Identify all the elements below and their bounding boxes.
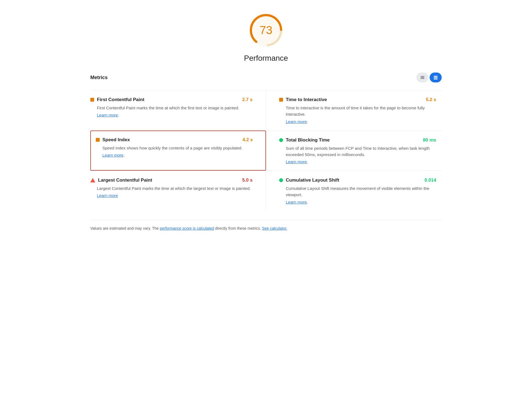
tti-learn-more: Learn more.: [286, 119, 436, 124]
score-value: 73: [260, 24, 273, 37]
metric-tti-title-group: Time to Interactive: [279, 97, 422, 102]
lcp-description: Largest Contentful Paint marks the time …: [97, 185, 253, 192]
cls-learn-more: Learn more.: [286, 200, 436, 204]
si-name: Speed Index: [102, 137, 130, 143]
metric-tbt-header: Total Blocking Time 80 ms: [279, 137, 436, 143]
fcp-learn-more: Learn more.: [97, 113, 253, 117]
svg-rect-4: [421, 77, 424, 78]
tbt-learn-more-link[interactable]: Learn more: [286, 159, 307, 164]
performance-score-link[interactable]: performance score is calculated: [160, 226, 214, 231]
fcp-learn-more-link[interactable]: Learn more: [97, 113, 118, 117]
list-icon: [420, 75, 425, 80]
si-learn-more-link[interactable]: Learn more: [102, 153, 124, 157]
see-calculator-link[interactable]: See calculator.: [262, 226, 287, 231]
metrics-grid: First Contentful Paint 2.7 s First Conte…: [90, 90, 442, 211]
svg-rect-3: [421, 76, 424, 77]
cls-learn-more-link[interactable]: Learn more: [286, 200, 307, 204]
metric-cls-header: Cumulative Layout Shift 0.014: [279, 177, 436, 183]
detail-icon: [433, 75, 438, 80]
metric-lcp-title-group: Largest Contentful Paint: [90, 177, 239, 183]
tti-description: Time to interactive is the amount of tim…: [286, 105, 436, 118]
metric-lcp-header: Largest Contentful Paint 5.0 s: [90, 177, 253, 183]
svg-rect-8: [434, 79, 438, 79]
tbt-value: 80 ms: [423, 137, 436, 143]
svg-rect-7: [434, 77, 438, 78]
lcp-status-icon: [90, 178, 95, 182]
fcp-status-icon: [90, 98, 94, 102]
metric-tbt-title-group: Total Blocking Time: [279, 137, 420, 143]
fcp-value: 2.7 s: [242, 97, 253, 102]
metric-tbt: Total Blocking Time 80 ms Sum of all tim…: [266, 131, 442, 171]
footer-note: Values are estimated and may vary. The p…: [90, 220, 442, 231]
metric-si-title-group: Speed Index: [96, 137, 239, 143]
metric-tti: Time to Interactive 5.2 s Time to intera…: [266, 90, 442, 131]
cls-status-icon: [279, 178, 283, 182]
metrics-title: Metrics: [90, 75, 108, 81]
cls-value: 0.014: [424, 177, 436, 183]
tbt-status-icon: [279, 138, 283, 142]
footer-text-before: Values are estimated and may vary. The: [90, 226, 160, 231]
score-label: Performance: [244, 54, 288, 63]
tti-status-icon: [279, 98, 283, 102]
svg-rect-5: [421, 78, 424, 79]
lcp-learn-more: Learn more: [97, 193, 253, 198]
metric-lcp: Largest Contentful Paint 5.0 s Largest C…: [90, 171, 266, 211]
cls-name: Cumulative Layout Shift: [286, 177, 339, 183]
metric-cls-title-group: Cumulative Layout Shift: [279, 177, 421, 183]
footer-text-middle: directly from these metrics.: [214, 226, 262, 231]
tbt-name: Total Blocking Time: [286, 137, 330, 143]
tti-name: Time to Interactive: [286, 97, 327, 102]
view-toggles: [416, 73, 442, 82]
metric-si-header: Speed Index 4.2 s: [96, 137, 253, 143]
score-section: 73 Performance: [90, 11, 442, 63]
list-view-button[interactable]: [416, 73, 429, 82]
fcp-description: First Contentful Paint marks the time at…: [97, 105, 253, 111]
metric-cls: Cumulative Layout Shift 0.014 Cumulative…: [266, 171, 442, 211]
cls-description: Cumulative Layout Shift measures the mov…: [286, 185, 436, 198]
score-circle: 73: [247, 11, 285, 49]
lcp-name: Largest Contentful Paint: [98, 177, 152, 183]
detail-view-button[interactable]: [430, 73, 442, 82]
tbt-learn-more: Learn more.: [286, 159, 436, 164]
tti-learn-more-link[interactable]: Learn more: [286, 119, 307, 124]
metric-si: Speed Index 4.2 s Speed Index shows how …: [90, 131, 266, 171]
tbt-description: Sum of all time periods between FCP and …: [286, 145, 436, 158]
metric-fcp-header: First Contentful Paint 2.7 s: [90, 97, 253, 102]
si-learn-more: Learn more.: [102, 153, 253, 157]
si-status-icon: [96, 138, 100, 142]
metrics-header: Metrics: [90, 73, 442, 85]
metric-fcp-title-group: First Contentful Paint: [90, 97, 239, 102]
fcp-name: First Contentful Paint: [97, 97, 144, 102]
lcp-value: 5.0 s: [242, 177, 253, 183]
si-description: Speed Index shows how quickly the conten…: [102, 145, 253, 151]
lcp-learn-more-link[interactable]: Learn more: [97, 193, 118, 198]
tti-value: 5.2 s: [426, 97, 436, 102]
metric-tti-header: Time to Interactive 5.2 s: [279, 97, 436, 102]
metric-fcp: First Contentful Paint 2.7 s First Conte…: [90, 90, 266, 131]
svg-rect-6: [434, 76, 438, 77]
si-value: 4.2 s: [242, 137, 253, 143]
